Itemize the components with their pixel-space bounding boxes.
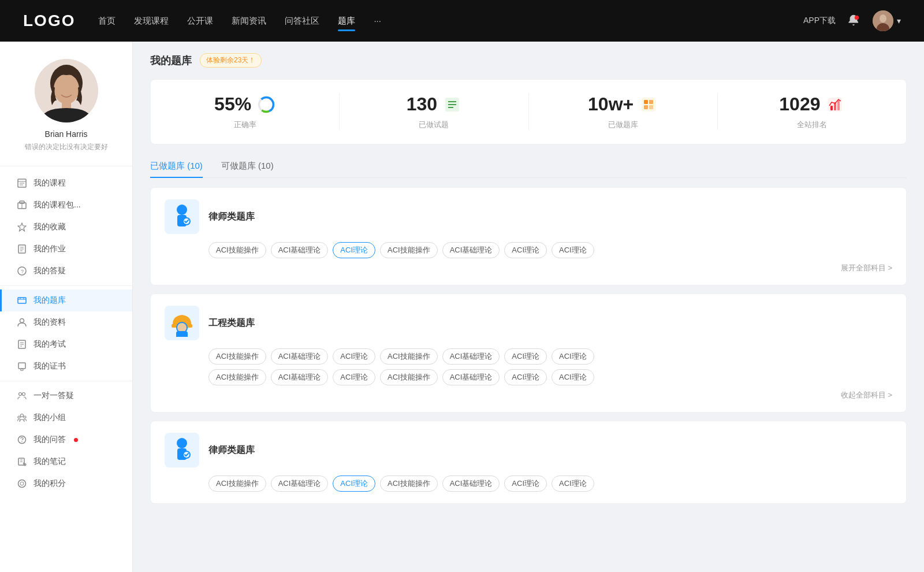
tag-2-2[interactable]: ACI理论: [333, 348, 375, 365]
sidebar-item-profile[interactable]: 我的资料: [0, 311, 132, 333]
nav-menu: 首页 发现课程 公开课 新闻资讯 问答社区 题库 ···: [98, 13, 780, 29]
navbar-right: APP下载 ▾: [803, 10, 901, 31]
profile-icon: [17, 318, 27, 327]
sidebar-item-label-questions: 我的问答: [33, 434, 66, 445]
user-avatar-menu[interactable]: ▾: [873, 10, 901, 31]
tag-1-6[interactable]: ACI理论: [552, 242, 594, 258]
svg-point-26: [20, 319, 24, 323]
sidebar-item-questions[interactable]: 我的问答: [0, 429, 132, 451]
trial-badge: 体验剩余23天！: [200, 53, 262, 68]
sidebar-item-tutor[interactable]: 一对一答疑: [0, 385, 132, 407]
sidebar-item-qa-mine[interactable]: ? 我的答疑: [0, 260, 132, 282]
sidebar-item-favorites[interactable]: 我的收藏: [0, 216, 132, 238]
sidebar-item-notes[interactable]: 我的笔记: [0, 451, 132, 473]
svg-point-62: [177, 205, 187, 215]
tag-1-1[interactable]: ACI基础理论: [271, 242, 329, 258]
exam-icon: [17, 340, 27, 349]
tag-2-1[interactable]: ACI基础理论: [271, 348, 329, 365]
tag-3-4[interactable]: ACI基础理论: [442, 476, 500, 492]
tag-3-1[interactable]: ACI基础理论: [271, 476, 329, 492]
tabs-row: 已做题库 (10) 可做题库 (10): [150, 156, 907, 178]
tag-2-8[interactable]: ACI基础理论: [271, 369, 329, 385]
tag-2-7[interactable]: ACI技能操作: [208, 369, 266, 385]
tag-3-3[interactable]: ACI技能操作: [380, 476, 438, 492]
stats-card: 55% 正确率 130: [150, 79, 907, 144]
svg-rect-53: [642, 98, 655, 112]
points-icon: [17, 479, 27, 488]
bank-title-2: 工程类题库: [208, 317, 255, 329]
sidebar-item-label-homework: 我的作业: [33, 244, 66, 254]
tag-2-10[interactable]: ACI技能操作: [380, 369, 438, 385]
bank-card-lawyer-1: 律师类题库 ACI技能操作 ACI基础理论 ACI理论 ACI技能操作 ACI基…: [150, 187, 907, 285]
sidebar-item-my-course[interactable]: 我的课程: [0, 172, 132, 194]
nav-home[interactable]: 首页: [98, 13, 116, 29]
tag-1-2[interactable]: ACI理论: [333, 242, 375, 258]
nav-discover[interactable]: 发现课程: [134, 13, 169, 29]
logo[interactable]: LOGO: [23, 12, 75, 30]
svg-point-35: [21, 414, 24, 417]
stat-rank: 1029 全站排名: [718, 94, 906, 130]
svg-point-6: [54, 74, 79, 104]
star-icon: [17, 222, 27, 232]
tag-3-6[interactable]: ACI理论: [552, 476, 594, 492]
tag-2-3[interactable]: ACI技能操作: [380, 348, 438, 365]
sidebar-item-label-exam: 我的考试: [33, 339, 66, 350]
tag-1-5[interactable]: ACI理论: [504, 242, 547, 258]
svg-point-39: [21, 441, 23, 442]
tab-done-banks[interactable]: 已做题库 (10): [150, 156, 203, 177]
svg-marker-15: [18, 223, 26, 231]
sidebar-item-label-bank: 我的题库: [33, 295, 66, 306]
svg-point-36: [18, 416, 20, 418]
tag-2-13[interactable]: ACI理论: [552, 369, 594, 385]
svg-point-2: [880, 14, 886, 23]
nav-news[interactable]: 新闻资讯: [232, 13, 266, 29]
tag-2-0[interactable]: ACI技能操作: [208, 348, 266, 365]
cert-icon: [17, 362, 27, 371]
sidebar-item-label-tutor: 一对一答疑: [33, 391, 74, 401]
bank-card-header-1: 律师类题库: [165, 199, 892, 234]
engineer-icon: [165, 306, 199, 340]
svg-rect-69: [176, 331, 188, 337]
tutor-icon: [17, 391, 27, 400]
tag-2-12[interactable]: ACI理论: [504, 369, 547, 385]
svg-point-68: [177, 323, 187, 332]
sidebar-item-package[interactable]: 我的课程包...: [0, 194, 132, 216]
nav-bank[interactable]: 题库: [338, 13, 355, 29]
nav-more[interactable]: ···: [374, 13, 381, 29]
tag-2-11[interactable]: ACI基础理论: [442, 369, 500, 385]
stat-done-questions-label: 已做试题: [351, 120, 516, 130]
tag-1-0[interactable]: ACI技能操作: [208, 242, 266, 258]
tag-2-6[interactable]: ACI理论: [552, 348, 594, 365]
app-download-link[interactable]: APP下载: [803, 16, 836, 26]
sidebar-item-bank[interactable]: 我的题库: [0, 289, 132, 311]
sidebar-item-homework[interactable]: 我的作业: [0, 238, 132, 260]
expand-link-1[interactable]: 展开全部科目 >: [165, 263, 892, 273]
tag-2-5[interactable]: ACI理论: [504, 348, 547, 365]
bank-card-lawyer-2: 律师类题库 ACI技能操作 ACI基础理论 ACI理论 ACI技能操作 ACI基…: [150, 421, 907, 504]
bank-title-1: 律师类题库: [208, 211, 255, 223]
tag-2-4[interactable]: ACI基础理论: [442, 348, 500, 365]
nav-qa[interactable]: 问答社区: [285, 13, 319, 29]
nav-opencourse[interactable]: 公开课: [187, 13, 213, 29]
sidebar-item-cert[interactable]: 我的证书: [0, 355, 132, 377]
tag-3-0[interactable]: ACI技能操作: [208, 476, 266, 492]
collapse-link-2[interactable]: 收起全部科目 >: [165, 390, 892, 400]
sidebar-item-exam[interactable]: 我的考试: [0, 333, 132, 355]
svg-text:?: ?: [21, 269, 24, 274]
grid-icon: [639, 95, 658, 114]
stat-done-questions-number: 130: [407, 94, 437, 115]
svg-rect-31: [18, 363, 25, 369]
bank-tags-3: ACI技能操作 ACI基础理论 ACI理论 ACI技能操作 ACI基础理论 AC…: [165, 476, 892, 492]
sidebar-item-points[interactable]: 我的积分: [0, 473, 132, 495]
sidebar-item-group[interactable]: 我的小组: [0, 407, 132, 429]
tab-available-banks[interactable]: 可做题库 (10): [221, 156, 274, 177]
tag-3-5[interactable]: ACI理论: [504, 476, 547, 492]
tag-2-9[interactable]: ACI理论: [333, 369, 375, 385]
tag-3-2[interactable]: ACI理论: [333, 476, 375, 492]
tag-1-3[interactable]: ACI技能操作: [380, 242, 438, 258]
notification-bell-icon[interactable]: [847, 14, 861, 28]
stat-done-banks-label: 已做题库: [541, 120, 706, 130]
question-icon: ?: [17, 266, 27, 276]
tag-1-4[interactable]: ACI基础理论: [442, 242, 500, 258]
package-icon: [17, 200, 27, 210]
